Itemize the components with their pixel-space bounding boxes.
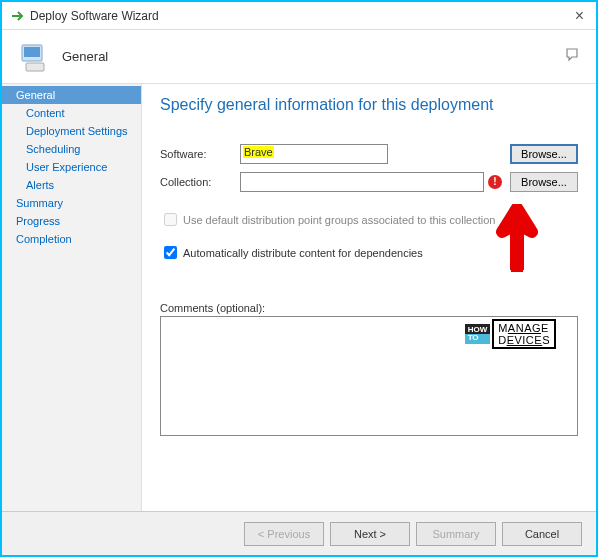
previous-button: < Previous	[244, 522, 324, 546]
comments-label: Comments (optional):	[160, 302, 578, 314]
software-label: Software:	[160, 148, 240, 160]
sidebar-item-user-experience[interactable]: User Experience	[2, 158, 141, 176]
sidebar-item-completion[interactable]: Completion	[2, 230, 141, 248]
default-dist-checkbox	[164, 213, 177, 226]
title-bar: Deploy Software Wizard ×	[2, 2, 596, 30]
software-value-highlight: Brave	[243, 146, 274, 158]
auto-dist-checkbox-row[interactable]: Automatically distribute content for dep…	[160, 243, 578, 262]
sidebar-item-progress[interactable]: Progress	[2, 212, 141, 230]
wizard-window: Deploy Software Wizard × General General…	[0, 0, 598, 557]
svg-rect-2	[26, 63, 44, 71]
cancel-button[interactable]: Cancel	[502, 522, 582, 546]
default-dist-checkbox-row: Use default distribution point groups as…	[160, 210, 578, 229]
sidebar: GeneralContentDeployment SettingsSchedul…	[2, 84, 142, 511]
browse-software-button[interactable]: Browse...	[510, 144, 578, 164]
main-panel: Specify general information for this dep…	[142, 84, 596, 511]
auto-dist-label: Automatically distribute content for dep…	[183, 247, 423, 259]
browse-collection-button[interactable]: Browse...	[510, 172, 578, 192]
watermark-logo: HOW TO MANAGEDEVICES	[465, 319, 556, 349]
auto-dist-checkbox[interactable]	[164, 246, 177, 259]
close-icon[interactable]: ×	[571, 7, 588, 25]
help-icon[interactable]	[564, 46, 582, 68]
summary-button: Summary	[416, 522, 496, 546]
footer: < Previous Next > Summary Cancel	[2, 511, 596, 555]
sidebar-item-scheduling[interactable]: Scheduling	[2, 140, 141, 158]
svg-rect-1	[24, 47, 40, 57]
window-title: Deploy Software Wizard	[30, 9, 159, 23]
collection-row: Collection: ! Browse...	[160, 172, 578, 192]
sidebar-item-content[interactable]: Content	[2, 104, 141, 122]
body: GeneralContentDeployment SettingsSchedul…	[2, 84, 596, 511]
sidebar-item-summary[interactable]: Summary	[2, 194, 141, 212]
sidebar-item-alerts[interactable]: Alerts	[2, 176, 141, 194]
computer-icon	[16, 39, 52, 75]
page-header: General	[2, 30, 596, 84]
default-dist-label: Use default distribution point groups as…	[183, 214, 495, 226]
sidebar-item-general[interactable]: General	[2, 86, 141, 104]
collection-input[interactable]	[240, 172, 484, 192]
page-header-title: General	[62, 49, 108, 64]
sidebar-item-deployment-settings[interactable]: Deployment Settings	[2, 122, 141, 140]
software-row: Software: Brave Browse...	[160, 144, 578, 164]
error-icon: !	[488, 175, 502, 189]
page-heading: Specify general information for this dep…	[160, 96, 578, 114]
app-icon	[10, 9, 24, 23]
next-button[interactable]: Next >	[330, 522, 410, 546]
collection-label: Collection:	[160, 176, 240, 188]
